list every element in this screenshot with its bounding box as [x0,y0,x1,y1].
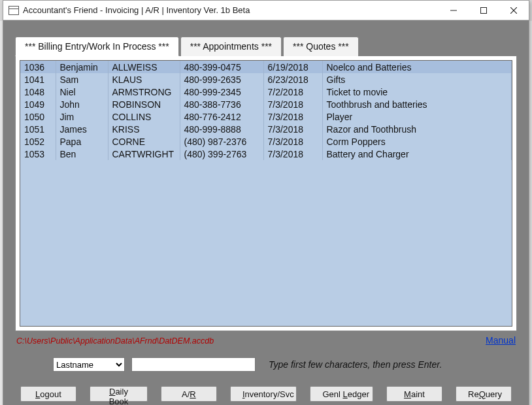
maximize-button[interactable] [469,1,499,20]
minimize-button[interactable] [439,1,469,20]
data-grid[interactable]: 1036BenjaminALLWEISS480-399-04756/19/201… [20,60,512,327]
filter-input[interactable] [131,357,256,372]
tab-1[interactable]: *** Appointments *** [180,37,282,56]
table-row[interactable]: 1053BenCARTWRIGHT(480) 399-27637/3/2018B… [20,148,512,160]
logout-button[interactable]: Logout [20,386,76,402]
tab-0[interactable]: *** Billing Entry/Work In Process *** [15,37,179,56]
requery-button[interactable]: ReQuery [456,386,512,402]
table-row[interactable]: 1052PapaCORNE(480) 987-23767/3/2018Corm … [20,135,512,148]
window-title: Accountant's Friend - Invoicing | A/R | … [23,5,439,15]
table-row[interactable]: 1051JamesKRISS480-999-88887/3/2018Razor … [20,123,512,135]
filter-field-select[interactable]: Lastname [53,357,125,372]
titlebar: Accountant's Friend - Invoicing | A/R | … [3,1,529,20]
table-row[interactable]: 1041SamKLAUS480-999-26356/23/2018Gifts [20,73,512,86]
daily-book-button[interactable]: Daily Book [90,386,148,402]
inventory-button[interactable]: Inventory/Svc [230,386,297,402]
app-window: Accountant's Friend - Invoicing | A/R | … [3,0,529,405]
table-row[interactable]: 1048NielARMSTRONG480-999-23457/2/2018Tic… [20,86,512,98]
client-area: *** Billing Entry/Work In Process ******… [3,20,529,405]
genl-ledger-button[interactable]: Genl Ledger [310,386,373,402]
filter-hint: Type first few characters, then press En… [269,359,442,370]
ar-button[interactable]: A/R [161,386,217,402]
tab-strip: *** Billing Entry/Work In Process ******… [15,36,517,56]
table-row[interactable]: 1050JimCOLLINS480-776-24127/3/2018Player [20,110,512,123]
maint-button[interactable]: Maint [386,386,442,402]
table-row[interactable]: 1049JohnROBINSON480-388-77367/3/2018Toot… [20,98,512,110]
manual-link[interactable]: Manual [486,335,516,346]
tab-panel: 1036BenjaminALLWEISS480-399-04756/19/201… [15,56,517,331]
svg-rect-1 [481,7,487,13]
app-icon [8,6,19,15]
table-row[interactable]: 1036BenjaminALLWEISS480-399-04756/19/201… [20,61,512,73]
tab-2[interactable]: *** Quotes *** [283,37,359,56]
db-path: C:\Users\Public\ApplicationData\AFrnd\Da… [16,336,214,346]
close-button[interactable] [499,1,529,20]
